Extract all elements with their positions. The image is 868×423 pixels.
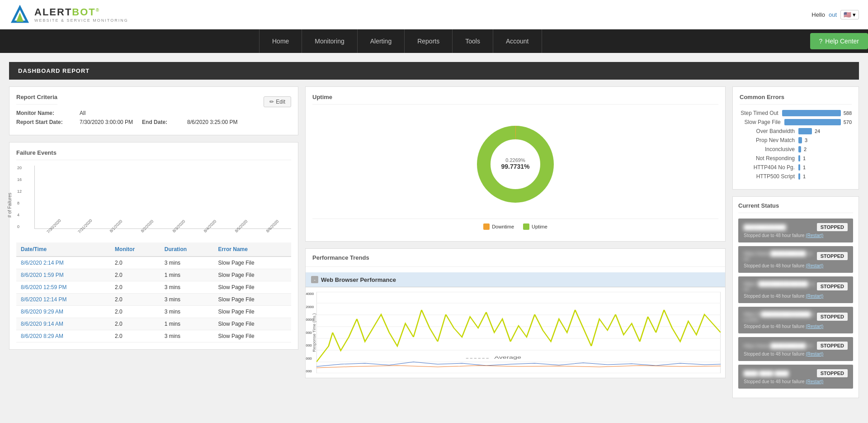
help-center-button[interactable]: ? Help Center — [810, 33, 868, 49]
restart-link[interactable]: (Restart) — [806, 324, 823, 329]
svg-text:0.2269%: 0.2269% — [505, 157, 525, 163]
error-bar — [798, 146, 801, 152]
end-date-value: 8/6/2020 3:25:00 PM — [187, 119, 237, 125]
error-bar — [784, 119, 841, 125]
error-bar — [798, 137, 802, 143]
status-item: ████ ████ ████ STOPPED Stopped due to 48… — [738, 365, 853, 389]
cell-datetime: 8/6/2020 12:14 PM — [16, 294, 110, 306]
error-count: 1 — [803, 165, 806, 170]
restart-link[interactable]: (Restart) — [806, 263, 823, 268]
stopped-badge: STOPPED — [817, 252, 848, 260]
status-items: ████████████ STOPPED Stopped due to 48 h… — [738, 219, 853, 389]
site-name: https://██████████████.com/ — [744, 281, 816, 292]
error-bar — [798, 128, 812, 134]
question-icon: ? — [819, 38, 823, 45]
error-bar — [798, 173, 800, 180]
nav-tools[interactable]: Tools — [453, 29, 493, 53]
datetime-link[interactable]: 8/6/2020 9:14 AM — [21, 321, 63, 327]
collapse-button[interactable]: - — [311, 276, 318, 283]
bar-date-label: 8/4/2020 — [203, 219, 217, 233]
cell-duration: 3 mins — [160, 294, 214, 306]
datetime-link[interactable]: 8/6/2020 1:59 PM — [21, 272, 64, 278]
cell-monitor: 2.0 — [110, 318, 160, 330]
nav-account[interactable]: Account — [493, 29, 542, 53]
downtime-color-swatch — [483, 223, 490, 230]
nav-reports[interactable]: Reports — [405, 29, 453, 53]
top-bar: ALERTBOT® WEBSITE & SERVICE MONITORING H… — [0, 0, 868, 29]
nav-home[interactable]: Home — [259, 29, 302, 53]
report-criteria-title: Report Criteria — [16, 94, 57, 105]
error-count: 588 — [844, 110, 852, 116]
error-bar-wrap: 2 — [798, 146, 852, 152]
y-axis-title: # of Failures — [7, 193, 12, 218]
page-content: DASHBOARD REPORT Report Criteria ✏ Edit … — [0, 53, 868, 407]
error-count: 24 — [815, 128, 820, 134]
error-label: Slow Page File — [740, 119, 784, 125]
cell-monitor: 2.0 — [110, 281, 160, 294]
monitor-value: All — [80, 110, 85, 116]
col-datetime[interactable]: Date/Time — [16, 242, 110, 257]
error-label: HTTP500 Script — [740, 173, 798, 180]
legend-downtime: Downtime — [483, 223, 514, 230]
error-row: Inconclusive 2 — [740, 146, 852, 152]
cell-monitor: 2.0 — [110, 269, 160, 281]
cell-duration: 1 mins — [160, 318, 214, 330]
error-label: Step Timed Out — [740, 110, 782, 116]
language-selector[interactable]: 🇺🇸 ▾ — [840, 10, 859, 19]
svg-text:99.7731%: 99.7731% — [501, 163, 530, 170]
nav-alerting[interactable]: Alerting — [358, 29, 405, 53]
error-bar-wrap: 588 — [782, 110, 852, 116]
datetime-link[interactable]: 8/6/2020 12:59 PM — [21, 284, 66, 290]
restart-link[interactable]: (Restart) — [806, 294, 823, 299]
monitor-name-row: Monitor Name: All — [16, 110, 291, 116]
col-monitor[interactable]: Monitor — [110, 242, 160, 257]
bar-date-label: 8/1/2020 — [109, 219, 123, 233]
cell-datetime: 8/6/2020 9:29 AM — [16, 306, 110, 318]
legend-uptime: Uptime — [523, 223, 547, 230]
restart-link[interactable]: (Restart) — [806, 352, 823, 356]
restart-link[interactable]: (Restart) — [806, 379, 823, 384]
restart-link[interactable]: (Restart) — [806, 233, 823, 238]
status-block: https://www.██████████.com/ STOPPED Stop… — [744, 251, 848, 268]
site-name: ████ ████ ████ — [744, 371, 789, 376]
error-row: Over Bandwidth 24 — [740, 128, 852, 134]
status-sub: Stopped due to 48 hour failure (Restart) — [744, 233, 848, 238]
error-count: 570 — [844, 119, 852, 125]
error-label: Over Bandwidth — [740, 128, 798, 134]
edit-button[interactable]: ✏ Edit — [264, 96, 291, 107]
cell-duration: 1 mins — [160, 269, 214, 281]
current-status-title: Current Status — [738, 202, 853, 213]
error-count: 1 — [803, 156, 806, 161]
datetime-link[interactable]: 8/6/2020 12:14 PM — [21, 296, 66, 303]
right-column: Common Errors Step Timed Out 588 Slow Pa… — [732, 86, 859, 398]
site-name: ████████████ — [744, 224, 786, 230]
hello-link[interactable]: out — [829, 11, 837, 18]
perf-section-title: Web Browser Performance — [321, 276, 396, 283]
error-bar-wrap: 1 — [798, 164, 852, 171]
bar-date-label: 8/5/2020 — [234, 219, 248, 233]
logo-icon — [9, 4, 31, 25]
table-row: 8/6/2020 9:29 AM 2.0 3 mins Slow Page Fi… — [16, 306, 291, 318]
end-date-label: End Date: — [142, 119, 178, 125]
web-browser-perf-section: - Web Browser Performance Response Time … — [306, 272, 725, 378]
donut-container: 0.2269% 99.7731% — [312, 110, 718, 219]
table-row: 8/6/2020 9:14 AM 2.0 1 mins Slow Page Fi… — [16, 318, 291, 330]
nav-monitoring[interactable]: Monitoring — [302, 29, 357, 53]
failure-events-title: Failure Events — [16, 149, 291, 160]
col-duration[interactable]: Duration — [160, 242, 214, 257]
error-count: 2 — [804, 147, 807, 152]
table-row: 8/6/2020 1:59 PM 2.0 1 mins Slow Page Fi… — [16, 269, 291, 281]
cell-datetime: 8/6/2020 1:59 PM — [16, 269, 110, 281]
datetime-link[interactable]: 8/6/2020 8:29 AM — [21, 333, 63, 339]
datetime-link[interactable]: 8/6/2020 2:14 PM — [21, 260, 64, 266]
hello-text: Hello — [811, 11, 825, 18]
logo-area: ALERTBOT® WEBSITE & SERVICE MONITORING — [9, 4, 128, 25]
datetime-link[interactable]: 8/6/2020 9:29 AM — [21, 309, 63, 315]
cell-duration: 3 mins — [160, 306, 214, 318]
cell-error: Slow Page File — [214, 318, 291, 330]
cell-error: Slow Page File — [214, 269, 291, 281]
col-error[interactable]: Error Name — [214, 242, 291, 257]
status-sub: Stopped due to 48 hour failure (Restart) — [744, 352, 848, 356]
error-row: Step Timed Out 588 — [740, 110, 852, 116]
dropdown-arrow-icon: ▾ — [853, 11, 856, 18]
